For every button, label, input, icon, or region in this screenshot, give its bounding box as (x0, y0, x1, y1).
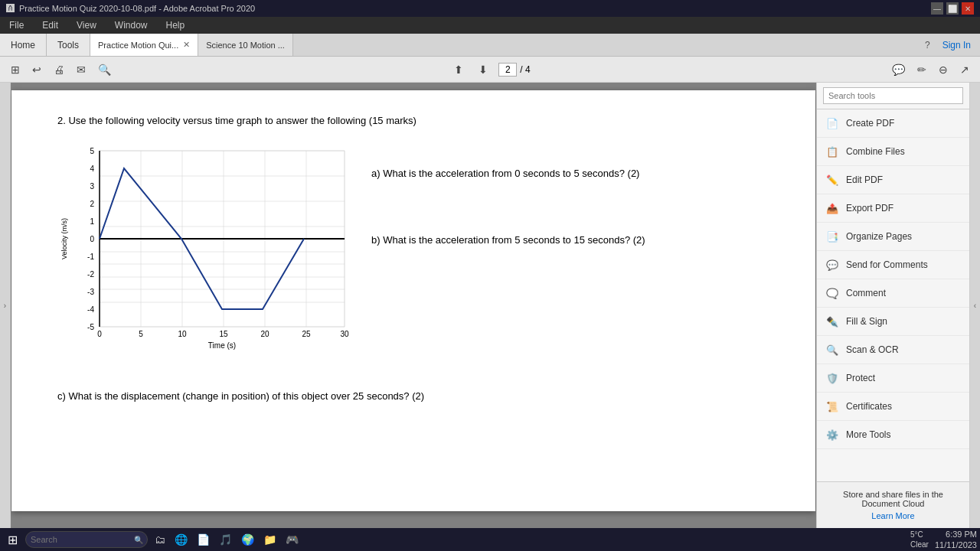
tool-label-more-tools: More Tools (846, 429, 890, 440)
svg-text:25: 25 (302, 330, 311, 338)
svg-text:-2: -2 (87, 270, 94, 279)
minimize-button[interactable]: — (931, 2, 943, 15)
svg-text:4: 4 (90, 165, 94, 173)
tool-item-protect[interactable]: 🛡️Protect (817, 364, 969, 393)
tool-label-scan-ocr: Scan & OCR (846, 344, 899, 355)
right-panel-collapse[interactable]: ‹ (969, 83, 980, 528)
tab-tools[interactable]: Tools (47, 34, 90, 56)
tool-item-comment[interactable]: 🗨️Comment (817, 279, 969, 308)
taskbar-weather: 5°C Clear (910, 530, 929, 549)
prev-page-btn[interactable]: ⬆ (449, 61, 468, 78)
pdf-page: 2. Use the following velocity versus tim… (11, 90, 815, 511)
graph-area: 5 4 3 2 1 0 -1 -2 -3 -4 -5 0 (57, 143, 356, 360)
tool-icon-create-pdf: 📄 (825, 116, 840, 131)
tool-icon-organize-pages: 📑 (825, 229, 840, 244)
comment-btn[interactable]: 💬 (887, 61, 910, 78)
svg-text:20: 20 (260, 330, 270, 338)
tool-item-organize-pages[interactable]: 📑Organize Pages (817, 223, 969, 251)
svg-text:0: 0 (90, 235, 94, 243)
tool-item-fill-sign[interactable]: ✒️Fill & Sign (817, 308, 969, 336)
print-btn[interactable]: 🖨 (49, 61, 69, 78)
tool-label-certificates: Certificates (846, 401, 892, 412)
main-layout: › 2. Use the following velocity versus t… (0, 83, 980, 528)
search-btn[interactable]: 🔍 (93, 61, 116, 78)
right-panel: 📄Create PDF📋Combine Files✏️Edit PDF📤Expo… (816, 83, 969, 528)
svg-text:10: 10 (178, 330, 187, 338)
svg-text:30: 30 (340, 330, 349, 338)
next-page-btn[interactable]: ⬇ (474, 61, 492, 78)
learn-more-link[interactable]: Learn More (825, 511, 962, 520)
tab-doc1-close[interactable]: ✕ (183, 40, 190, 50)
tool-label-protect: Protect (846, 373, 875, 383)
taskbar-icon-6[interactable]: 🎮 (282, 531, 302, 548)
tool-icon-edit-pdf: ✏️ (825, 172, 840, 187)
svg-text:-5: -5 (87, 323, 94, 331)
taskbar-icon-5[interactable]: 📁 (260, 531, 280, 548)
menu-file[interactable]: File (6, 18, 27, 32)
new-tab-btn[interactable]: ⊞ (6, 61, 24, 78)
sign-in-button[interactable]: Sign In (942, 40, 971, 51)
tool-item-export-pdf[interactable]: 📤Export PDF (817, 194, 969, 223)
menu-bar: File Edit View Window Help (0, 17, 980, 34)
tab-doc2[interactable]: Science 10 Motion ... (198, 34, 293, 56)
search-tools-area (817, 83, 969, 109)
pen-btn[interactable]: ✏ (913, 61, 931, 78)
question-layout: 5 4 3 2 1 0 -1 -2 -3 -4 -5 0 (57, 143, 769, 360)
taskbar-icon-acrobat[interactable]: 📄 (193, 531, 214, 548)
svg-text:5: 5 (139, 330, 143, 338)
tab-home[interactable]: Home (0, 34, 47, 56)
search-tools-input[interactable] (823, 87, 963, 104)
tool-item-edit-pdf[interactable]: ✏️Edit PDF (817, 166, 969, 194)
svg-text:1: 1 (90, 217, 94, 226)
menu-window[interactable]: Window (112, 18, 151, 32)
svg-text:2: 2 (90, 200, 94, 208)
close-button[interactable]: ✕ (962, 2, 974, 15)
back-btn[interactable]: ↩ (28, 61, 46, 78)
tab-bar: Home Tools Practice Motion Qui... ✕ Scie… (0, 34, 980, 57)
tool-icon-comment: 🗨️ (825, 285, 840, 301)
app-icon: 🅰 (6, 4, 15, 13)
tool-label-send-comments: Send for Comments (846, 259, 928, 270)
taskbar-icon-2[interactable]: 🌐 (171, 531, 191, 548)
tool-icon-scan-ocr: 🔍 (825, 342, 840, 357)
tool-item-combine-files[interactable]: 📋Combine Files (817, 138, 969, 166)
start-button[interactable]: ⊞ (3, 530, 22, 549)
share-btn[interactable]: ↗ (956, 61, 974, 78)
maximize-button[interactable]: ⬜ (946, 2, 959, 15)
tool-label-comment: Comment (846, 288, 886, 298)
tool-item-more-tools[interactable]: ⚙️More Tools (817, 421, 969, 449)
velocity-graph: 5 4 3 2 1 0 -1 -2 -3 -4 -5 0 (57, 143, 356, 357)
taskbar-icon-1[interactable]: 🗂 (151, 531, 169, 548)
qc-section: c) What is the displacement (change in p… (57, 390, 769, 402)
left-panel-collapse[interactable]: › (0, 83, 11, 528)
qc-text: c) What is the displacement (change in p… (57, 390, 769, 402)
taskbar-search-input[interactable] (25, 531, 148, 548)
taskbar-icon-4[interactable]: 🌍 (237, 531, 258, 548)
menu-help[interactable]: Help (163, 18, 188, 32)
svg-text:0: 0 (97, 330, 102, 338)
tool-label-organize-pages: Organize Pages (846, 231, 912, 242)
questions-right: a) What is the acceleration from 0 secon… (371, 143, 769, 246)
tool-item-scan-ocr[interactable]: 🔍Scan & OCR (817, 336, 969, 364)
tool-icon-export-pdf: 📤 (825, 201, 840, 216)
svg-text:-1: -1 (87, 253, 94, 261)
email-btn[interactable]: ✉ (72, 61, 90, 78)
taskbar-icon-3[interactable]: 🎵 (215, 531, 236, 548)
tool-item-create-pdf[interactable]: 📄Create PDF (817, 109, 969, 138)
menu-view[interactable]: View (74, 18, 100, 32)
tool-label-fill-sign: Fill & Sign (846, 316, 887, 327)
tool-icon-send-comments: 💬 (825, 257, 840, 272)
taskbar-clock: 6:39 PM 11/11/2023 (935, 529, 977, 551)
tool-item-send-comments[interactable]: 💬Send for Comments (817, 251, 969, 279)
window-title: Practice Motion Quiz 2020-10-08.pdf - Ad… (19, 4, 255, 13)
help-icon[interactable]: ? (925, 40, 930, 51)
svg-text:Velocity (m/s): Velocity (m/s) (60, 218, 68, 259)
tool-item-certificates[interactable]: 📜Certificates (817, 393, 969, 421)
menu-edit[interactable]: Edit (39, 18, 61, 32)
cursor-btn[interactable]: ⊖ (934, 61, 952, 78)
page-number-input[interactable] (498, 63, 517, 77)
tool-icon-fill-sign: ✒️ (825, 314, 840, 329)
tab-doc1[interactable]: Practice Motion Qui... ✕ (90, 34, 198, 56)
tool-label-create-pdf: Create PDF (846, 118, 894, 129)
taskbar-right: 5°C Clear 6:39 PM 11/11/2023 (910, 529, 977, 551)
